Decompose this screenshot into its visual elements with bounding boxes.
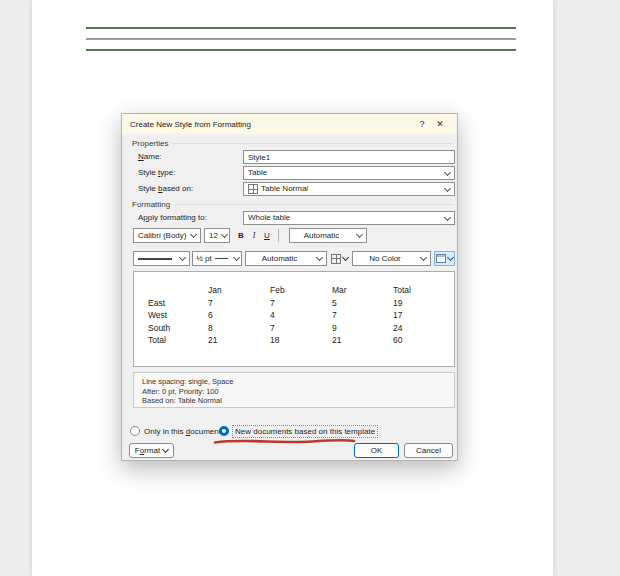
- font-size-dropdown[interactable]: 12: [204, 228, 230, 243]
- chevron-down-icon: [441, 167, 454, 179]
- style-preview: JanFebMarTotal East77519 West64717 South…: [133, 271, 455, 367]
- style-type-dropdown[interactable]: Table: [243, 166, 455, 180]
- formatting-section-header: Formatting: [132, 200, 453, 208]
- name-label: Name:: [138, 150, 162, 164]
- properties-label: Properties: [132, 139, 168, 148]
- formatting-label: Formatting: [132, 200, 170, 209]
- chevron-down-icon: [176, 252, 189, 265]
- section-divider: [172, 143, 453, 144]
- underline-button[interactable]: U: [261, 228, 273, 243]
- bold-button[interactable]: B: [235, 228, 247, 243]
- radio-selected-icon[interactable]: [219, 426, 229, 436]
- style-based-on-value: Table Normal: [261, 183, 441, 195]
- style-type-value: Table: [244, 167, 441, 179]
- preview-row-south: South87924: [148, 322, 454, 335]
- fill-color-value: No Color: [353, 253, 417, 265]
- ok-button[interactable]: OK: [354, 443, 399, 458]
- red-underline-annotation: [212, 436, 358, 446]
- style-description: Line spacing: single, Space After: 0 pt,…: [133, 372, 455, 408]
- table-style-icon: [248, 184, 258, 194]
- section-divider: [174, 204, 453, 205]
- apply-formatting-dropdown[interactable]: Whole table: [243, 211, 455, 225]
- chevron-down-icon: [187, 229, 200, 242]
- only-in-document-option[interactable]: Only in this document: [130, 425, 221, 437]
- apply-formatting-label: Apply formatting to:: [138, 211, 207, 225]
- dialog-title: Create New Style from Formatting: [130, 120, 413, 129]
- chevron-down-icon: [353, 229, 366, 242]
- shading-table-icon: [436, 254, 446, 263]
- fill-color-dropdown[interactable]: No Color: [352, 251, 431, 266]
- font-color-dropdown[interactable]: Automatic: [289, 228, 367, 243]
- border-color-value: Automatic: [246, 253, 313, 265]
- new-documents-option[interactable]: New documents based on this template: [219, 425, 377, 437]
- cancel-button[interactable]: Cancel: [404, 443, 453, 458]
- description-line: Line spacing: single, Space: [142, 377, 446, 387]
- name-field-wrap: [243, 150, 455, 164]
- preview-row-total: Total21182160: [148, 334, 454, 347]
- chevron-down-icon: [162, 446, 169, 453]
- border-weight-dropdown[interactable]: ½ pt: [192, 251, 242, 266]
- shading-button[interactable]: [434, 251, 455, 266]
- toolbar-divider: [278, 229, 279, 242]
- style-type-label: Style type:: [138, 166, 175, 180]
- table-border-line-top: [86, 27, 516, 29]
- preview-row-west: West64717: [148, 309, 454, 322]
- only-in-document-label: Only in this document: [144, 427, 221, 436]
- italic-button[interactable]: I: [249, 228, 259, 243]
- line-style-icon: [138, 258, 172, 260]
- border-color-dropdown[interactable]: Automatic: [245, 251, 327, 266]
- close-icon[interactable]: ✕: [431, 119, 449, 129]
- dialog-titlebar[interactable]: Create New Style from Formatting ? ✕: [122, 114, 457, 134]
- preview-row-east: East77519: [148, 297, 454, 310]
- table-border-line-bottom: [86, 49, 516, 51]
- radio-unselected-icon[interactable]: [130, 426, 140, 436]
- font-name-value: Calibri (Body): [134, 230, 187, 242]
- format-button[interactable]: Format: [129, 443, 174, 458]
- new-documents-label: New documents based on this template: [233, 426, 377, 437]
- chevron-down-icon: [220, 229, 229, 242]
- chevron-down-icon: [313, 252, 326, 265]
- chevron-down-icon: [447, 254, 454, 261]
- properties-section-header: Properties: [132, 139, 453, 147]
- font-size-value: 12: [205, 230, 220, 242]
- borders-button[interactable]: [330, 251, 349, 266]
- apply-formatting-value: Whole table: [244, 212, 441, 224]
- chevron-down-icon: [342, 254, 349, 261]
- chevron-down-icon: [417, 252, 430, 265]
- description-line: After: 0 pt, Priority: 100: [142, 387, 446, 397]
- borders-grid-icon: [331, 254, 341, 264]
- format-button-label: Format: [135, 446, 160, 455]
- style-based-on-label: Style based on:: [138, 182, 193, 196]
- font-name-dropdown[interactable]: Calibri (Body): [133, 228, 201, 243]
- border-weight-value: ½ pt: [193, 253, 231, 265]
- preview-header-row: JanFebMarTotal: [148, 284, 454, 297]
- chevron-down-icon: [441, 212, 454, 224]
- table-border-line-middle: [86, 38, 516, 40]
- font-color-value: Automatic: [290, 230, 353, 242]
- description-line: Based on: Table Normal: [142, 396, 446, 406]
- style-based-on-dropdown[interactable]: Table Normal: [243, 182, 455, 196]
- help-icon[interactable]: ?: [413, 119, 431, 129]
- create-style-dialog: Create New Style from Formatting ? ✕ Pro…: [121, 113, 458, 461]
- chevron-down-icon: [441, 183, 454, 195]
- style-name-input[interactable]: [244, 151, 454, 163]
- app-canvas: Create New Style from Formatting ? ✕ Pro…: [0, 0, 620, 576]
- line-weight-icon: [215, 258, 228, 259]
- chevron-down-icon: [231, 252, 241, 265]
- border-style-dropdown[interactable]: [133, 251, 190, 266]
